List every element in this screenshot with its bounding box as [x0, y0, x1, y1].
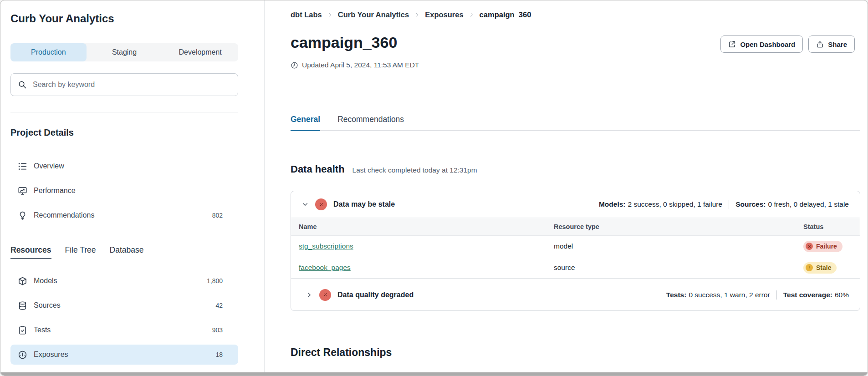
sidebar-search[interactable]	[10, 73, 238, 96]
performance-chart-icon	[18, 186, 27, 196]
env-tab-development[interactable]: Development	[162, 43, 238, 61]
column-name: Name	[299, 223, 554, 230]
sidebar-divider	[10, 112, 238, 112]
sidebar-item-label: Exposures	[34, 351, 68, 359]
clipboard-check-icon	[18, 325, 27, 335]
page-header: campaign_360 Open Dashboard	[291, 33, 860, 53]
sidebar-item-label: Performance	[34, 187, 76, 195]
error-circle-icon	[319, 289, 331, 301]
status-badge-failure: Failure	[803, 241, 842, 252]
chevron-right-icon	[469, 12, 475, 18]
tab-database[interactable]: Database	[110, 245, 144, 259]
status-badge-stale: Stale	[803, 262, 837, 274]
quality-group-stats: Tests:0 success, 1 warn, 2 error Test co…	[666, 290, 849, 300]
share-icon	[816, 41, 824, 48]
item-count: 903	[212, 326, 223, 334]
resource-type: source	[554, 264, 803, 272]
sidebar-item-sources[interactable]: Sources 42	[10, 295, 238, 315]
breadcrumb-project[interactable]: Curb Your Analytics	[338, 10, 409, 19]
env-tab-production[interactable]: Production	[10, 43, 87, 61]
sidebar-item-overview[interactable]: Overview	[10, 156, 238, 176]
column-status: Status	[803, 223, 860, 230]
sidebar-item-performance[interactable]: Performance	[10, 181, 238, 201]
updated-timestamp: Updated April 5, 2024, 11:53 AM EDT	[291, 61, 860, 69]
item-count: 18	[215, 351, 223, 358]
lightbulb-icon	[18, 211, 27, 220]
data-health-title: Data health	[291, 163, 345, 175]
item-count: 1,800	[207, 277, 223, 285]
coverage-stat: Test coverage:60%	[783, 291, 849, 299]
share-button[interactable]: Share	[808, 36, 855, 53]
quality-group-header[interactable]: Data quality degraded Tests:0 success, 1…	[291, 279, 860, 310]
chevron-down-icon[interactable]	[301, 200, 309, 208]
column-resource-type: Resource type	[554, 223, 803, 230]
resource-link-stg-subscriptions[interactable]: stg_subscriptions	[299, 242, 353, 250]
tab-resources[interactable]: Resources	[10, 245, 51, 259]
breadcrumb-exposures[interactable]: Exposures	[425, 10, 463, 19]
chevron-right-icon[interactable]	[305, 291, 313, 299]
tests-stat: Tests:0 success, 1 warn, 2 error	[666, 291, 770, 299]
sidebar-item-label: Recommendations	[34, 211, 94, 219]
search-icon	[18, 80, 27, 89]
sidebar-item-recommendations[interactable]: Recommendations 802	[10, 205, 238, 225]
data-health-card: Data may be stale Models:2 success, 0 sk…	[291, 191, 860, 311]
item-count: 802	[212, 212, 223, 219]
open-dashboard-button[interactable]: Open Dashboard	[720, 36, 803, 53]
env-tab-staging[interactable]: Staging	[87, 43, 163, 61]
breadcrumb-current: campaign_360	[480, 10, 531, 19]
cube-icon	[18, 276, 27, 286]
gauge-icon	[18, 350, 27, 360]
tab-general[interactable]: General	[291, 115, 320, 130]
models-stat: Models:2 success, 0 skipped, 1 failure	[599, 200, 722, 208]
external-link-icon	[728, 41, 736, 48]
updated-text: Updated April 5, 2024, 11:53 AM EDT	[302, 61, 419, 69]
resource-link-facebook-pages[interactable]: facebook_pages	[299, 264, 351, 272]
project-title: Curb Your Analytics	[10, 12, 238, 25]
stat-divider	[729, 200, 729, 209]
stale-group-title: Data may be stale	[333, 200, 395, 208]
share-label: Share	[828, 41, 847, 48]
sidebar: Curb Your Analytics Production Staging D…	[0, 0, 265, 376]
stale-group-stats: Models:2 success, 0 skipped, 1 failure S…	[599, 200, 849, 209]
x-circle-icon	[806, 243, 813, 250]
stale-group-header[interactable]: Data may be stale Models:2 success, 0 sk…	[291, 191, 860, 218]
last-check-text: Last check completed today at 12:31pm	[352, 166, 477, 174]
window-bottom-edge	[0, 372, 868, 376]
exclamation-circle-icon	[806, 264, 813, 271]
environment-tabs: Production Staging Development	[10, 43, 238, 61]
main-content: dbt Labs Curb Your Analytics Exposures c…	[265, 0, 868, 376]
chevron-right-icon	[414, 12, 420, 18]
sidebar-item-label: Models	[34, 277, 57, 285]
list-icon	[18, 162, 27, 171]
sidebar-item-label: Sources	[34, 301, 61, 310]
open-dashboard-label: Open Dashboard	[740, 41, 795, 48]
error-circle-icon	[315, 198, 327, 210]
sidebar-item-models[interactable]: Models 1,800	[10, 271, 238, 291]
data-health-header: Data health Last check completed today a…	[291, 163, 860, 175]
stat-divider	[776, 290, 777, 300]
direct-relationships-title: Direct Relationships	[291, 346, 860, 359]
sidebar-item-tests[interactable]: Tests 903	[10, 320, 238, 340]
breadcrumb: dbt Labs Curb Your Analytics Exposures c…	[291, 10, 860, 19]
header-actions: Open Dashboard Share	[720, 36, 855, 53]
detail-tabs: General Recommendations	[291, 115, 860, 131]
sources-stat: Sources:0 fresh, 0 delayed, 1 stale	[735, 200, 849, 208]
sidebar-item-exposures[interactable]: Exposures 18	[10, 345, 238, 365]
breadcrumb-account[interactable]: dbt Labs	[291, 10, 322, 19]
tab-file-tree[interactable]: File Tree	[65, 245, 96, 259]
database-icon	[18, 301, 27, 310]
page-title: campaign_360	[291, 33, 397, 52]
item-count: 42	[215, 302, 223, 309]
table-row: stg_subscriptions model Failure	[291, 236, 860, 257]
quality-group-title: Data quality degraded	[337, 291, 414, 299]
tab-recommendations[interactable]: Recommendations	[337, 115, 404, 130]
search-input[interactable]	[32, 80, 231, 89]
project-details-heading: Project Details	[10, 127, 238, 138]
sidebar-item-label: Tests	[34, 326, 51, 334]
health-table-header: Name Resource type Status	[291, 218, 860, 236]
clock-icon	[291, 61, 298, 69]
table-row: facebook_pages source Stale	[291, 257, 860, 279]
chevron-right-icon	[327, 12, 333, 18]
resource-type: model	[554, 242, 803, 250]
project-details-nav: Overview Performance	[10, 156, 238, 225]
